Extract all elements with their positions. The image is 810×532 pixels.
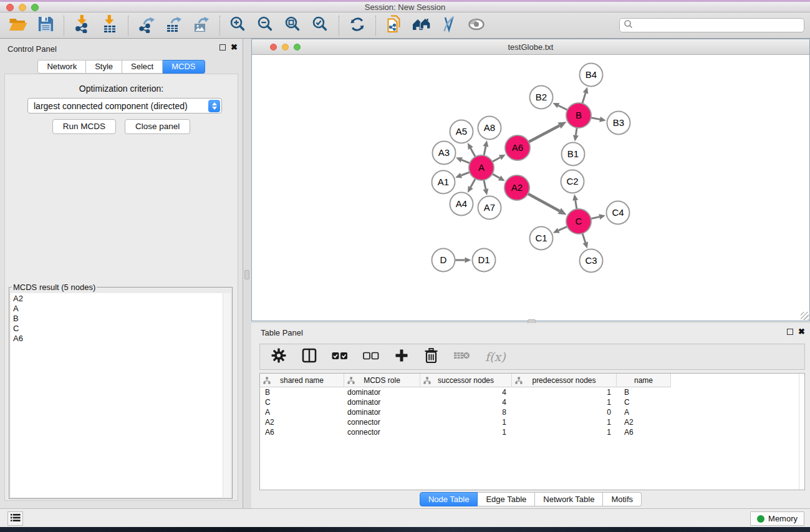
export-table-button[interactable]: [163, 15, 185, 36]
control-tab-network[interactable]: Network: [37, 60, 86, 74]
import-network-button[interactable]: [72, 15, 93, 36]
task-history-button[interactable]: [7, 511, 23, 526]
column-header-name[interactable]: name: [617, 374, 671, 387]
mcds-result-item[interactable]: A: [11, 304, 223, 314]
graph-node-B[interactable]: B: [566, 103, 591, 128]
graph-node-A7[interactable]: A7: [478, 196, 501, 220]
window-resize-grip[interactable]: [801, 312, 809, 320]
column-header-predecessor-nodes[interactable]: predecessor nodes: [512, 374, 617, 387]
control-tab-select[interactable]: Select: [122, 60, 163, 74]
zoom-out-button[interactable]: [255, 15, 276, 36]
delete-table-button[interactable]: [453, 347, 470, 366]
optimization-criterion-select[interactable]: largest connected component (directed): [27, 98, 222, 114]
zoom-fit-button[interactable]: [282, 15, 304, 36]
create-column-button[interactable]: [394, 347, 409, 366]
selected-option: largest connected component (directed): [28, 101, 208, 111]
search-input[interactable]: [634, 19, 804, 32]
table-tab-network-table[interactable]: Network Table: [535, 492, 603, 506]
column-label: shared name: [280, 376, 324, 385]
graph-node-A1[interactable]: A1: [432, 171, 455, 194]
graph-node-B1[interactable]: B1: [562, 143, 585, 166]
home-views-button[interactable]: [411, 15, 432, 36]
delete-column-button[interactable]: [424, 347, 438, 366]
graph-node-B4[interactable]: B4: [580, 64, 603, 87]
import-network-icon: [74, 15, 91, 36]
import-table-button[interactable]: [99, 15, 120, 36]
vertical-splitter[interactable]: [243, 39, 251, 508]
mcds-result-item[interactable]: A6: [11, 334, 223, 344]
export-image-button[interactable]: [191, 15, 212, 36]
graph-node-A4[interactable]: A4: [450, 193, 473, 216]
graph-node-A2[interactable]: A2: [504, 175, 529, 200]
close-panel-icon[interactable]: ✖: [798, 328, 805, 336]
graph-node-D[interactable]: D: [432, 249, 455, 272]
svg-text:A7: A7: [484, 202, 495, 213]
open-network-file-button[interactable]: [383, 15, 405, 36]
function-builder-button[interactable]: f(x): [485, 347, 506, 366]
mcds-result-item[interactable]: A2: [11, 294, 223, 304]
zoom-in-button[interactable]: [228, 15, 249, 36]
graph-node-A3[interactable]: A3: [433, 142, 456, 165]
control-panel-tabs: NetworkStyleSelectMCDS: [0, 60, 243, 74]
table-row[interactable]: A6connector11A6: [260, 427, 804, 437]
column-header-shared-name[interactable]: shared name: [260, 374, 344, 387]
graph-node-C2[interactable]: C2: [561, 170, 584, 193]
graph-node-A[interactable]: A: [469, 155, 494, 180]
show-hide-graphics-button[interactable]: [466, 15, 487, 36]
graph-node-A8[interactable]: A8: [478, 117, 501, 140]
cell-shared-name: A6: [260, 427, 344, 437]
table-row[interactable]: A2connector11A2: [260, 417, 804, 427]
table-tab-node-table[interactable]: Node Table: [420, 492, 478, 506]
svg-text:A3: A3: [438, 147, 450, 158]
graph-node-D1[interactable]: D1: [473, 249, 496, 272]
float-panel-icon[interactable]: [219, 44, 226, 51]
mcds-result-list[interactable]: A2ABCA6: [11, 293, 223, 497]
table-body: Bdominator41BCdominator41CAdominator80AA…: [260, 387, 804, 437]
graph-node-A6[interactable]: A6: [505, 135, 530, 160]
network-graph[interactable]: AA1A2A3A4A5A6A7A8BB1B2B3B4CC1C2C3C4DD1: [252, 55, 809, 321]
select-all-button[interactable]: [332, 347, 348, 366]
graph-node-A5[interactable]: A5: [450, 120, 473, 143]
graphics-details-button[interactable]: [438, 15, 460, 36]
open-session-button[interactable]: [7, 15, 29, 36]
list-icon: [11, 513, 21, 525]
mcds-result-item[interactable]: C: [11, 324, 223, 334]
close-panel-icon[interactable]: ✖: [231, 44, 238, 51]
table-row[interactable]: Cdominator41C: [260, 397, 804, 407]
graph-node-C3[interactable]: C3: [580, 249, 603, 273]
apply-layout-button[interactable]: [347, 15, 368, 36]
control-tab-mcds[interactable]: MCDS: [163, 60, 205, 74]
table-tab-edge-table[interactable]: Edge Table: [478, 492, 535, 506]
search-box[interactable]: [619, 18, 804, 32]
table-tab-motifs[interactable]: Motifs: [603, 492, 642, 506]
svg-text:C3: C3: [585, 255, 597, 266]
main-toolbar: [0, 12, 810, 39]
column-header-mcds-role[interactable]: MCDS role: [344, 374, 420, 387]
zoom-selected-button[interactable]: [310, 15, 331, 36]
status-bar: Memory: [0, 508, 810, 527]
export-network-button[interactable]: [136, 15, 157, 36]
mcds-result-item[interactable]: B: [11, 314, 223, 324]
mcds-list-scrollbar[interactable]: [223, 293, 231, 497]
graph-node-C[interactable]: C: [566, 209, 591, 234]
table-row[interactable]: Adominator80A: [260, 407, 804, 417]
save-session-button[interactable]: [35, 15, 56, 36]
column-header-successor-nodes[interactable]: successor nodes: [420, 374, 512, 387]
table-settings-button[interactable]: [271, 347, 287, 366]
run-mcds-button[interactable]: Run MCDS: [52, 119, 116, 134]
show-column-button[interactable]: [302, 347, 317, 366]
memory-button[interactable]: Memory: [750, 511, 804, 526]
deselect-all-button[interactable]: [363, 347, 379, 366]
table-scrollbar[interactable]: [799, 374, 804, 490]
close-panel-button[interactable]: Close panel: [125, 119, 190, 134]
table-row[interactable]: Bdominator41B: [260, 387, 804, 397]
float-panel-icon[interactable]: [787, 329, 793, 335]
graph-node-C4[interactable]: C4: [607, 201, 630, 225]
splitter-grip[interactable]: [244, 270, 249, 279]
graph-node-C1[interactable]: C1: [530, 227, 553, 250]
network-window-titlebar[interactable]: testGlobe.txt: [252, 39, 809, 55]
network-canvas[interactable]: AA1A2A3A4A5A6A7A8BB1B2B3B4CC1C2C3C4DD1: [252, 55, 809, 321]
control-tab-style[interactable]: Style: [86, 60, 122, 74]
graph-node-B2[interactable]: B2: [530, 86, 553, 109]
graph-node-B3[interactable]: B3: [607, 112, 630, 135]
